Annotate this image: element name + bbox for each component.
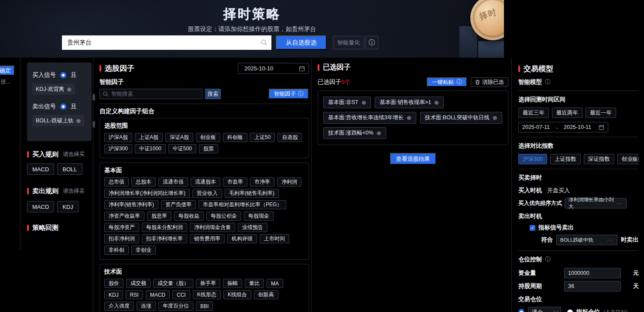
factor-tag[interactable]: RSI [126, 290, 143, 299]
factor-tag[interactable]: 扣非净利增长率 [142, 234, 187, 243]
index-button[interactable]: 上证指数 [550, 154, 581, 164]
range-button[interactable]: 最近三年 [518, 107, 549, 118]
factor-tag[interactable]: 上证50 [250, 133, 275, 142]
factor-tag[interactable]: 股票 [199, 144, 218, 153]
scrollbar-thumb[interactable] [92, 94, 95, 101]
factor-tag[interactable]: 净利润现金含量 [190, 223, 235, 232]
factor-tag[interactable]: 销售费用率 [190, 234, 225, 243]
factor-tag[interactable]: 创新高 [254, 290, 278, 299]
info-button[interactable]: ⓘ [365, 36, 378, 49]
factor-tag[interactable]: 沪深A股 [104, 133, 132, 142]
factor-tag[interactable]: 资产负债率 [161, 200, 196, 209]
factor-tag[interactable]: 每股净资产 [104, 223, 139, 232]
remove-chip-icon[interactable]: ⊗ [493, 114, 497, 121]
factor-tag[interactable]: 机构评级 [227, 234, 257, 243]
factor-tag[interactable]: 市净率 [250, 177, 274, 187]
info-icon[interactable]: ⓘ [545, 78, 551, 86]
smart-factor-button[interactable]: 智能因子ⓘ [269, 89, 309, 99]
remove-chip-icon[interactable]: ⊗ [361, 99, 366, 106]
remove-chip-icon[interactable]: ⊗ [434, 99, 439, 106]
factor-tag[interactable]: 年度百分位 [158, 302, 193, 311]
factor-tag[interactable]: 净资产收益率 [104, 211, 144, 221]
index-button[interactable]: 深证指数 [584, 154, 614, 164]
paste-button[interactable]: 一键粘贴ⓘ [427, 77, 467, 87]
index-button[interactable]: 沪深300 [518, 154, 547, 164]
factor-tag[interactable]: 流通股本 [191, 177, 220, 187]
full-position-select[interactable]: 满仓 [528, 307, 561, 312]
confirm-button[interactable]: 确定 [0, 66, 15, 76]
factor-tag[interactable]: 股价 [104, 279, 123, 288]
and-radio[interactable] [60, 104, 66, 110]
clear-selected-button[interactable]: 清除已选 [471, 77, 508, 87]
factor-tag[interactable]: 净利率(销售净利率) [104, 200, 158, 209]
factor-tag[interactable]: 净利润增长率(净利润同比增长率) [104, 189, 190, 198]
remove-chip-icon[interactable]: ⊗ [67, 86, 72, 93]
from-watchlist-button[interactable]: 从自选股选 [276, 35, 327, 50]
factor-tag[interactable]: 介入强度 [104, 302, 134, 311]
factor-tag[interactable]: 上市时间 [260, 234, 289, 243]
factor-tag[interactable]: 量比 [245, 279, 264, 288]
factor-tag[interactable]: 沪深300 [104, 144, 132, 153]
factor-tag[interactable]: 业绩预告 [238, 223, 267, 232]
remove-chip-icon[interactable]: ⊗ [407, 114, 411, 121]
factor-tag[interactable]: 中证1000 [135, 144, 166, 153]
factor-tag[interactable]: 股息率 [147, 211, 171, 221]
full-position-radio[interactable] [518, 309, 524, 312]
factor-tag[interactable]: 每股现金 [244, 211, 274, 221]
factor-tag[interactable]: 市盈率 [223, 177, 247, 187]
factor-tag[interactable]: 连涨 [137, 302, 156, 311]
factor-tag[interactable]: K线组合 [223, 290, 251, 299]
factor-tag[interactable]: 成交量（股） [153, 279, 193, 288]
factor-tag[interactable]: 营业收入 [192, 189, 222, 198]
factor-tag[interactable]: 非创业 [131, 246, 156, 255]
and-radio[interactable] [60, 72, 66, 78]
factor-tag[interactable]: 中证500 [168, 144, 196, 153]
scrollbar-thumb[interactable] [92, 121, 95, 128]
date-range-picker[interactable]: 2025-07-11 → 2025-10-11 [518, 122, 608, 132]
factor-tag[interactable]: 市盈率相对盈利增长比率（PEG） [199, 200, 286, 209]
factor-tag[interactable]: 上证A股 [135, 133, 163, 142]
factor-tag[interactable]: 流通市值 [158, 177, 188, 187]
factor-tag[interactable]: 自选股 [277, 133, 302, 142]
factor-tag[interactable]: 每股未分配利润 [142, 223, 187, 232]
stock-search-input[interactable] [62, 35, 271, 50]
date-picker[interactable]: 2025-10-10 [238, 63, 309, 74]
factor-tag[interactable]: CCI [172, 290, 190, 299]
sell-signal-select[interactable]: BOLL跌破中轨 ··· [556, 235, 617, 245]
factor-tag[interactable]: KDJ [104, 290, 123, 299]
factor-tag[interactable]: 每股公积金 [206, 211, 241, 221]
indicator-position-radio[interactable] [567, 309, 573, 312]
factor-tag[interactable]: 扣非净利润 [104, 234, 139, 243]
factor-tag[interactable]: MA [267, 279, 283, 288]
sell-signal-checkbox[interactable]: ✓ [530, 225, 535, 231]
factor-tag[interactable]: 每股收益 [174, 211, 204, 221]
rule-tag[interactable]: KDJ [57, 201, 79, 212]
factor-tag[interactable]: 毛利率(销售毛利率) [225, 189, 279, 198]
buy-sort-select[interactable]: 净利润增长率由小到大 ··· [565, 198, 627, 208]
rule-tag[interactable]: MACD [27, 163, 54, 175]
remove-chip-icon[interactable]: ⊗ [76, 118, 81, 124]
factor-tag[interactable]: 换手率 [196, 279, 220, 288]
factor-tag[interactable]: 总市值 [104, 177, 129, 187]
rule-tag[interactable]: BOLL [57, 163, 82, 175]
smart-quant-button[interactable]: 智能量化 [333, 36, 364, 49]
factor-tag[interactable]: 创业板 [196, 133, 220, 142]
factor-tag[interactable]: 振幅 [223, 279, 242, 288]
range-button[interactable]: 最近两年 [552, 107, 582, 118]
factor-tag[interactable]: BBI [196, 302, 213, 311]
factor-tag[interactable]: 净利润 [277, 177, 301, 187]
smart-search-input[interactable] [99, 89, 202, 99]
search-button[interactable]: 搜索 [205, 89, 221, 99]
index-button[interactable]: 创业板指 [617, 154, 639, 164]
factor-tag[interactable]: 科创板 [223, 133, 247, 142]
rule-tag[interactable]: MACD [27, 201, 54, 212]
factor-tag[interactable]: 非科创 [104, 246, 129, 255]
range-button[interactable]: 最近一年 [586, 107, 616, 118]
info-icon[interactable]: ⓘ [545, 256, 551, 263]
remove-chip-icon[interactable]: ⊗ [377, 130, 381, 136]
factor-tag[interactable]: 成交额 [126, 279, 151, 288]
capital-input[interactable]: 1000000 [564, 268, 621, 278]
factor-tag[interactable]: 深证A股 [165, 133, 193, 142]
holding-period-input[interactable]: 36 [564, 281, 621, 291]
factor-tag[interactable]: 总股本 [131, 177, 156, 187]
